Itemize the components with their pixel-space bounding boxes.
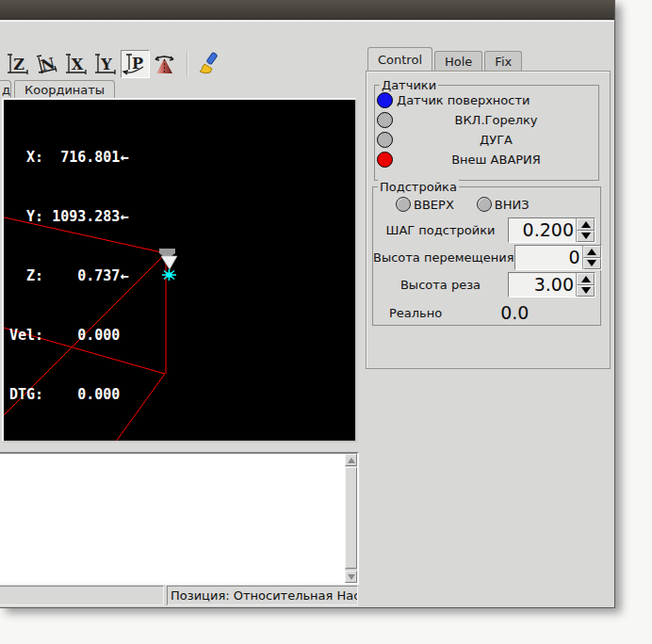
scroll-down-button[interactable]	[345, 571, 357, 583]
adjust-group-title: Подстройка	[378, 180, 459, 194]
adjust-direction-radios: ВВЕРХ ВНИЗ	[396, 194, 600, 215]
titlebar[interactable]	[0, 0, 614, 20]
travel-height-row: Высота перемещения 0	[373, 244, 600, 271]
toolbar: Z N X Y P	[4, 49, 223, 79]
view-y-icon: Y	[93, 52, 119, 77]
statusbar: Позиция: Относительная Насто	[0, 586, 615, 605]
dro-row-z: Z:0.737←	[9, 266, 137, 286]
cut-height-spinbox[interactable]: 3.00	[508, 272, 595, 298]
tab-fragment[interactable]: д	[0, 80, 11, 98]
spin-up-icon	[581, 221, 591, 228]
arrow-down-icon	[348, 574, 355, 580]
tool-marker	[159, 249, 177, 281]
svg-text:Y: Y	[100, 56, 112, 73]
spin-down-icon	[587, 260, 596, 266]
svg-text:P: P	[132, 55, 143, 72]
cut-height-row: Высота реза 3.00	[373, 271, 600, 298]
tab-fix[interactable]: Fix	[484, 51, 522, 71]
adjust-group: Подстройка ВВЕРХ ВНИЗ ШАГ подстройки 0.2…	[372, 186, 601, 326]
travel-spin-down-button[interactable]	[583, 258, 601, 270]
homed-arrow-icon: ←	[120, 266, 137, 286]
arrow-up-icon	[348, 458, 355, 463]
history-panel	[0, 452, 359, 585]
dro-row-dtg: DTG:0.000	[9, 385, 137, 405]
view-z-button[interactable]: Z	[4, 50, 33, 78]
spin-down-icon	[581, 233, 591, 239]
spin-up-icon	[587, 249, 596, 255]
spin-up-icon	[581, 276, 591, 282]
svg-text:X: X	[72, 56, 84, 73]
step-spin-down-button[interactable]	[577, 231, 595, 243]
status-left-cell	[0, 586, 164, 605]
down-radio[interactable]	[477, 197, 492, 212]
dro-row-y: Y:1093.283←	[9, 207, 137, 227]
vertical-scrollbar[interactable]	[345, 454, 357, 583]
travel-spin-up-button[interactable]	[583, 246, 601, 258]
rotate-view-cone-icon	[152, 52, 177, 77]
svg-text:Z: Z	[13, 56, 24, 73]
history-text-area[interactable]	[0, 454, 345, 583]
dro-readout: X:716.801← Y:1093.283← Z:0.737← Vel:0.00…	[9, 108, 137, 444]
sensors-group: Датчики Датчик поверхности ВКЛ.Горелку Д…	[374, 85, 599, 181]
up-radio[interactable]	[396, 197, 411, 212]
view-z-rotated-button[interactable]: N	[33, 50, 62, 78]
app-window: Z N X Y P	[0, 0, 615, 608]
menu-bar	[0, 21, 614, 47]
view-perspective-button[interactable]: P	[121, 50, 150, 78]
clear-plot-button[interactable]	[194, 50, 223, 78]
dro-row-x: X:716.801←	[9, 148, 137, 168]
sensor-surface-row: Датчик поверхности	[377, 90, 596, 109]
real-height-value: 0.0	[500, 302, 529, 323]
view-x-button[interactable]: X	[62, 50, 91, 78]
sensor-torch-row: ВКЛ.Горелку	[377, 110, 596, 129]
view-y-button[interactable]: Y	[91, 50, 121, 78]
arc-led-icon	[377, 132, 393, 148]
travel-height-spinbox[interactable]: 0	[514, 245, 602, 270]
sensor-arc-row: ДУГА	[377, 130, 596, 149]
dro-row-vel: Vel:0.000	[9, 326, 137, 346]
preview-canvas[interactable]: X:716.801← Y:1093.283← Z:0.737← Vel:0.00…	[2, 98, 357, 443]
scrollbar-thumb[interactable]	[345, 467, 357, 569]
view-z-icon: Z	[6, 52, 31, 77]
surface-sensor-led-icon	[377, 92, 393, 108]
torch-on-led-icon	[377, 112, 393, 128]
step-spin-up-button[interactable]	[577, 218, 595, 231]
step-row: ШАГ подстройки 0.200	[373, 217, 600, 244]
step-spinbox[interactable]: 0.200	[508, 217, 595, 243]
view-x-icon: X	[64, 52, 90, 77]
spin-down-icon	[581, 287, 591, 294]
tab-hole[interactable]: Hole	[434, 51, 482, 71]
real-height-row: Реально 0.0	[373, 300, 600, 325]
tab-control[interactable]: Control	[367, 47, 432, 71]
sensor-estop-row: Внеш АВАРИЯ	[377, 150, 596, 169]
status-position-cell: Позиция: Относительная Насто	[167, 586, 358, 605]
toolbar-separator	[187, 53, 188, 75]
right-tabbar: Control Hole Fix	[367, 47, 524, 71]
cut-spin-up-button[interactable]	[577, 273, 595, 285]
clear-plot-brush-icon	[196, 52, 222, 77]
view-z-rotated-icon: N	[35, 52, 60, 77]
scroll-up-button[interactable]	[345, 454, 357, 466]
left-tabbar: д Координаты	[0, 80, 118, 98]
rotate-view-button[interactable]	[150, 50, 179, 78]
control-pane: Датчики Датчик поверхности ВКЛ.Горелку Д…	[366, 71, 611, 369]
cut-spin-down-button[interactable]	[577, 285, 595, 298]
homed-arrow-icon: ←	[120, 148, 137, 168]
tab-coordinates[interactable]: Координаты	[14, 80, 115, 98]
svg-text:N: N	[39, 54, 57, 74]
external-alarm-led-icon	[377, 152, 393, 168]
homed-arrow-icon: ←	[120, 207, 137, 227]
view-perspective-icon: P	[122, 52, 149, 77]
sensors-group-title: Датчики	[380, 78, 438, 92]
